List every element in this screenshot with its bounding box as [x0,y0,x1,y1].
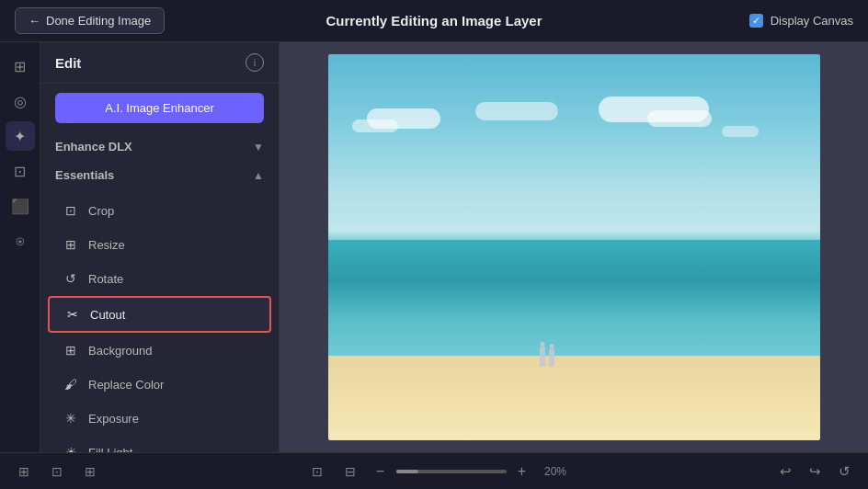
display-canvas-checkbox[interactable] [749,14,763,28]
menu-item-exposure[interactable]: ✳ Exposure [48,402,271,435]
history-button[interactable]: ↺ [831,459,857,484]
essentials-chevron: ▲ [253,169,264,182]
sidebar: Edit i A.I. Image Enhancer Enhance DLX ▼… [40,42,280,452]
sidebar-header: Edit i [40,42,279,84]
background-label: Background [88,344,152,358]
menu-item-background[interactable]: ⊞ Background [48,334,271,367]
ai-image-enhancer-button[interactable]: A.I. Image Enhancer [55,93,264,123]
fill-light-label: Fill Light [88,446,132,453]
bottom-left-tools: ⊞ ⊡ ⊞ [11,459,103,484]
beach-figures [540,347,554,367]
enhance-dlx-label: Enhance DLX [55,140,132,154]
menu-item-replace-color[interactable]: 🖌 Replace Color [48,368,271,401]
nav-grid-icon[interactable]: ⊡ [6,156,35,186]
fit-screen-icon[interactable]: ⊡ [304,459,330,484]
zoom-slider-fill [396,470,418,473]
crop-label: Crop [88,204,114,218]
canvas-area[interactable] [280,42,868,452]
canvas-image [328,54,820,440]
menu-item-fill-light[interactable]: ☀ Fill Light [48,436,271,452]
bottom-center-zoom: ⊡ ⊟ − + 20% [304,459,572,484]
essentials-label: Essentials [55,168,114,182]
bottom-right-controls: ↩ ↪ ↺ [772,459,857,484]
resize-icon: ⊞ [63,236,79,253]
grid-bottom-icon[interactable]: ⊞ [77,459,103,484]
sidebar-title: Edit [55,55,81,71]
zoom-controls: − + [371,461,532,482]
redo-button[interactable]: ↪ [802,459,828,484]
display-canvas-control: Display Canvas [749,14,853,28]
rotate-label: Rotate [88,272,123,286]
menu-item-resize[interactable]: ⊞ Resize [48,228,271,261]
water-layer [328,240,820,375]
rotate-icon: ↺ [63,270,79,287]
icon-nav: ⊞ ◎ ✦ ⊡ ⬛ ⍟ [0,42,40,452]
top-bar: ← Done Editing Image Currently Editing a… [0,0,868,42]
enhance-dlx-chevron: ▼ [253,141,264,154]
nav-eye-icon[interactable]: ◎ [6,86,35,116]
fill-light-icon: ☀ [63,444,79,452]
cutout-icon: ✂ [64,306,81,323]
essentials-section[interactable]: Essentials ▲ [40,161,279,189]
nav-edit-icon[interactable]: ✦ [6,121,35,151]
crop-icon: ⊡ [63,202,79,219]
display-canvas-label: Display Canvas [771,14,853,28]
figure-1 [540,347,545,367]
enhance-dlx-section[interactable]: Enhance DLX ▼ [40,132,279,161]
cutout-label: Cutout [90,308,125,322]
menu-item-rotate[interactable]: ↺ Rotate [48,262,271,295]
done-editing-button[interactable]: ← Done Editing Image [15,7,165,34]
main-area: ⊞ ◎ ✦ ⊡ ⬛ ⍟ Edit i A.I. Image Enhancer E… [0,42,868,452]
zoom-slider[interactable] [396,470,507,473]
page-title: Currently Editing an Image Layer [326,13,542,28]
info-icon[interactable]: i [246,53,264,72]
background-icon: ⊞ [63,342,79,358]
menu-item-crop[interactable]: ⊡ Crop [48,194,271,227]
zoom-percentage: 20% [540,465,572,478]
undo-button[interactable]: ↩ [772,459,798,484]
nav-magic-icon[interactable]: ⍟ [6,226,35,256]
clouds-layer [328,85,820,201]
figure-2 [549,348,554,367]
menu-items-list: ⊡ Crop ⊞ Resize ↺ Rotate ✂ Cutout ⊞ Back… [40,189,279,452]
nav-layers-icon[interactable]: ⊞ [6,51,35,81]
zoom-in-button[interactable]: + [512,461,532,482]
menu-item-cutout[interactable]: ✂ Cutout [48,296,271,333]
expand-icon[interactable]: ⊡ [44,459,70,484]
exposure-label: Exposure [88,412,139,426]
replace-color-label: Replace Color [88,378,164,392]
replace-color-icon: 🖌 [63,376,79,392]
nav-photo-icon[interactable]: ⬛ [6,191,35,221]
bottom-bar: ⊞ ⊡ ⊞ ⊡ ⊟ − + 20% ↩ ↪ ↺ [0,452,868,489]
sand-layer [328,356,820,440]
zoom-out-button[interactable]: − [371,461,391,482]
layers-bottom-icon[interactable]: ⊞ [11,459,37,484]
actual-size-icon[interactable]: ⊟ [337,459,363,484]
arrow-left-icon: ← [29,14,40,28]
exposure-icon: ✳ [63,410,79,426]
resize-label: Resize [88,238,125,252]
